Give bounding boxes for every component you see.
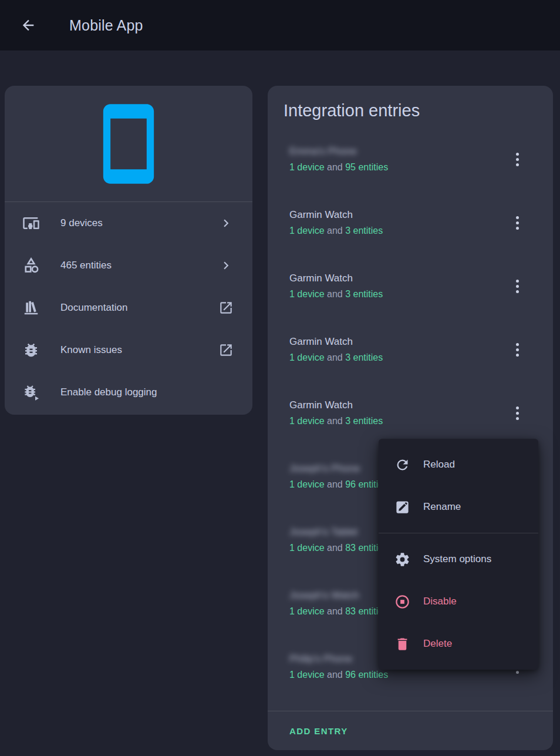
device-count-link[interactable]: 1 device (289, 479, 325, 489)
entry-context-menu: Reload Rename System options Disable De (379, 439, 538, 670)
info-row-debug-logging[interactable]: Enable debug logging (5, 371, 252, 414)
chevron-right-icon (218, 258, 234, 273)
entity-count-link[interactable]: 3 entities (345, 226, 383, 236)
conjunction-text: and (325, 352, 346, 362)
device-count-link[interactable]: 1 device (289, 670, 325, 680)
menu-item-label: Rename (423, 501, 461, 513)
shapes-icon (22, 257, 40, 274)
conjunction-text: and (325, 226, 346, 236)
info-row-entities[interactable]: 465 entities (5, 244, 252, 287)
stop-circle-icon (394, 594, 410, 610)
menu-item-label: Delete (423, 638, 452, 650)
reload-icon (394, 457, 410, 473)
menu-item-rename[interactable]: Rename (379, 486, 538, 528)
entry-row: Garmin Watch 1 device and 3 entities (268, 318, 553, 381)
entry-menu-button[interactable] (503, 145, 531, 173)
conjunction-text: and (325, 162, 346, 172)
back-button[interactable] (16, 14, 40, 37)
rename-icon (394, 499, 410, 515)
device-count-link[interactable]: 1 device (289, 352, 325, 362)
divider (379, 533, 538, 533)
bug-icon (22, 341, 40, 359)
devices-icon (22, 214, 40, 232)
documentation-label: Documentation (60, 302, 127, 314)
entities-count-label: 465 entities (60, 260, 112, 271)
menu-item-delete[interactable]: Delete (379, 623, 538, 665)
debug-logging-label: Enable debug logging (60, 387, 157, 398)
entry-menu-button[interactable] (503, 272, 531, 300)
open-in-new-icon (218, 342, 234, 358)
mobile-app-integration-page: Mobile App 9 devices 465 entities (0, 0, 560, 756)
delete-icon (394, 636, 410, 652)
cog-icon (394, 552, 410, 567)
entry-name: Garmin Watch (289, 336, 503, 348)
integration-info-card: 9 devices 465 entities Documentation (5, 86, 252, 415)
entity-count-link[interactable]: 3 entities (345, 352, 383, 362)
chevron-right-icon (218, 216, 234, 231)
menu-item-disable[interactable]: Disable (379, 580, 538, 623)
entry-menu-button[interactable] (503, 335, 531, 364)
entry-name: Emma's Phone (289, 146, 503, 157)
entity-count-link[interactable]: 3 entities (345, 416, 383, 426)
bug-play-icon (22, 384, 40, 401)
entity-count-link[interactable]: 96 entities (345, 670, 388, 680)
add-entry-button[interactable]: ADD ENTRY (289, 726, 348, 736)
menu-item-label: Reload (423, 459, 455, 471)
integration-icon-section (5, 86, 252, 201)
entity-count-link[interactable]: 3 entities (345, 289, 383, 299)
open-in-new-icon (218, 300, 234, 315)
entry-name: Garmin Watch (289, 273, 503, 284)
menu-item-reload[interactable]: Reload (379, 443, 538, 486)
info-row-documentation[interactable]: Documentation (5, 287, 252, 329)
entry-row: Garmin Watch 1 device and 3 entities (268, 254, 553, 318)
app-header: Mobile App (0, 0, 560, 51)
entry-row: Garmin Watch 1 device and 3 entities (268, 191, 553, 254)
conjunction-text: and (325, 289, 346, 299)
arrow-left-icon (20, 17, 36, 33)
device-count-link[interactable]: 1 device (289, 416, 325, 426)
info-row-devices[interactable]: 9 devices (5, 202, 252, 244)
device-count-link[interactable]: 1 device (289, 606, 325, 616)
entry-menu-button[interactable] (503, 399, 531, 427)
device-count-link[interactable]: 1 device (289, 289, 325, 299)
conjunction-text: and (325, 670, 346, 680)
entity-count-link[interactable]: 95 entities (345, 162, 388, 172)
entry-name: Garmin Watch (289, 399, 503, 411)
conjunction-text: and (325, 543, 346, 553)
device-count-link[interactable]: 1 device (289, 162, 325, 172)
entry-row: Emma's Phone 1 device and 95 entities (268, 127, 553, 191)
cellphone-icon (85, 100, 172, 187)
entries-card-title: Integration entries (268, 86, 553, 127)
known-issues-label: Known issues (60, 344, 122, 356)
entry-menu-button[interactable] (503, 209, 531, 237)
bookshelf-icon (22, 299, 40, 317)
info-row-known-issues[interactable]: Known issues (5, 329, 252, 371)
entry-row: Garmin Watch 1 device and 3 entities (268, 381, 553, 445)
conjunction-text: and (325, 416, 346, 426)
menu-item-label: Disable (423, 596, 457, 607)
conjunction-text: and (325, 606, 346, 616)
page-title: Mobile App (69, 17, 143, 34)
entry-name: Garmin Watch (289, 209, 503, 221)
device-count-link[interactable]: 1 device (289, 543, 325, 553)
menu-item-system-options[interactable]: System options (379, 538, 538, 580)
entries-card-footer: ADD ENTRY (268, 711, 553, 750)
devices-count-label: 9 devices (60, 217, 103, 229)
device-count-link[interactable]: 1 device (289, 226, 325, 236)
menu-item-label: System options (423, 553, 491, 565)
conjunction-text: and (325, 479, 346, 489)
